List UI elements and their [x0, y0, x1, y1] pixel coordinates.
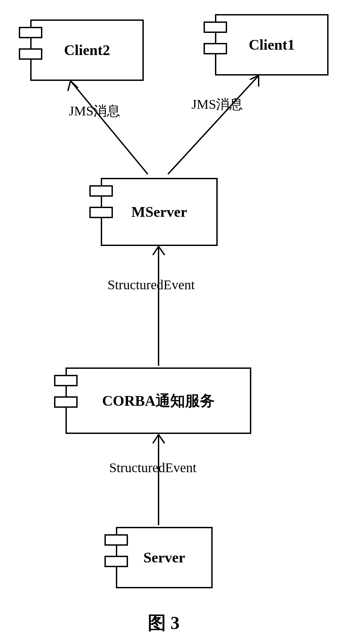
- client2-label: Client2: [64, 42, 110, 59]
- client2-component: Client2: [30, 19, 144, 81]
- structured-event-top-label: StructuredEvent: [107, 277, 195, 293]
- uml-tabs-icon: [104, 534, 128, 575]
- corba-label: CORBA通知服务: [102, 391, 215, 411]
- jms-right-label: JMS消息: [191, 95, 243, 113]
- uml-tabs-icon: [204, 21, 227, 62]
- server-component: Server: [116, 527, 213, 588]
- client1-component: Client1: [215, 14, 329, 76]
- svg-line-1: [168, 76, 259, 174]
- server-label: Server: [143, 549, 185, 566]
- figure-caption: 图 3: [148, 611, 180, 635]
- uml-tabs-icon: [54, 375, 78, 415]
- uml-tabs-icon: [89, 185, 113, 226]
- mserver-label: MServer: [131, 203, 187, 220]
- uml-tabs-icon: [19, 27, 42, 67]
- jms-left-label: JMS消息: [69, 102, 120, 120]
- client1-label: Client1: [249, 36, 295, 53]
- corba-component: CORBA通知服务: [66, 367, 251, 434]
- structured-event-bottom-label: StructuredEvent: [109, 460, 197, 476]
- mserver-component: MServer: [101, 178, 218, 246]
- svg-line-0: [71, 81, 148, 174]
